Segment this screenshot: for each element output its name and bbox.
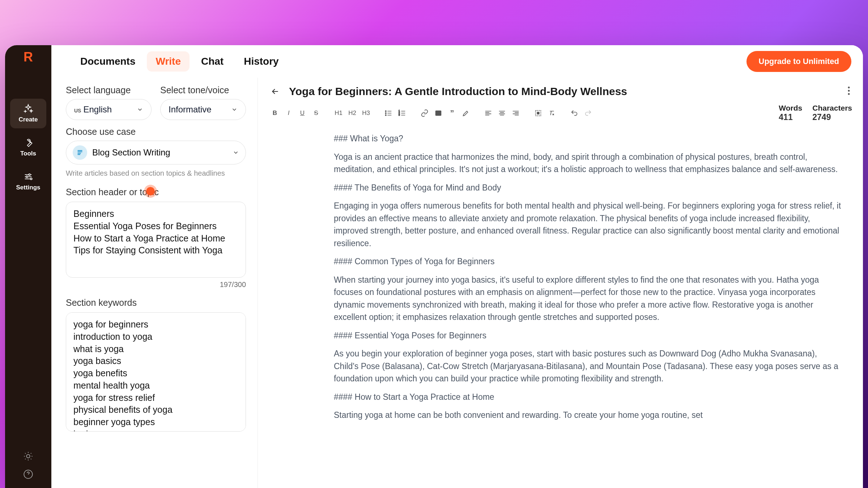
svg-point-2 <box>30 178 32 180</box>
chars-label: Characters <box>812 104 852 112</box>
undo-icon <box>570 109 578 117</box>
language-label: Select language <box>66 85 152 95</box>
link-button[interactable] <box>418 107 431 119</box>
document-lines-icon <box>73 145 87 160</box>
upgrade-button[interactable]: Upgrade to Unlimited <box>746 51 851 72</box>
back-button[interactable] <box>269 85 282 98</box>
sliders-icon <box>23 172 33 182</box>
wrench-icon <box>23 138 33 148</box>
chars-value: 2749 <box>812 112 852 122</box>
editor-panel: Yoga for Beginners: A Gentle Introductio… <box>258 78 863 488</box>
chevron-down-icon <box>137 106 143 113</box>
document-title: Yoga for Beginners: A Gentle Introductio… <box>289 85 838 98</box>
align-left-button[interactable] <box>482 107 494 119</box>
desktop-wallpaper: R Create Tools Settings Documents Write … <box>0 0 868 488</box>
content-row: Select language USEnglish Select tone/vo… <box>51 78 863 488</box>
svg-point-8 <box>385 111 386 112</box>
sparkle-icon <box>23 104 33 114</box>
redo-icon <box>584 109 592 117</box>
words-value: 411 <box>779 112 802 122</box>
top-bar: Documents Write Chat History Upgrade to … <box>51 45 863 78</box>
chevron-down-icon <box>231 106 238 113</box>
editor-body[interactable]: ### What is Yoga?Yoga is an ancient prac… <box>258 129 863 488</box>
doc-stats: Words411 Characters2749 <box>779 104 852 122</box>
svg-point-6 <box>848 90 850 92</box>
usecase-label: Choose use case <box>66 127 246 137</box>
app-window: R Create Tools Settings Documents Write … <box>5 45 863 488</box>
svg-point-0 <box>29 174 30 176</box>
section-header-input[interactable] <box>66 202 246 278</box>
sidebar-rail: R Create Tools Settings <box>5 45 51 488</box>
clear-format-icon <box>548 109 556 117</box>
language-select[interactable]: USEnglish <box>66 99 152 120</box>
rail-item-tools[interactable]: Tools <box>10 133 46 162</box>
tab-documents[interactable]: Documents <box>72 51 144 72</box>
editor-header: Yoga for Beginners: A Gentle Introductio… <box>258 78 863 99</box>
svg-point-5 <box>848 87 850 89</box>
rail-label: Tools <box>20 150 36 157</box>
sun-icon <box>23 451 33 461</box>
svg-point-3 <box>26 454 30 458</box>
svg-text:3: 3 <box>399 114 400 116</box>
svg-point-9 <box>385 112 386 114</box>
help-button[interactable] <box>23 469 33 481</box>
italic-button[interactable]: I <box>282 107 295 119</box>
tab-chat[interactable]: Chat <box>192 51 232 72</box>
undo-button[interactable] <box>568 107 580 119</box>
align-center-icon <box>498 109 506 117</box>
section-header-label: Section header or topic <box>66 187 246 197</box>
link-icon <box>421 109 429 117</box>
align-right-icon <box>512 109 520 117</box>
tone-label: Select tone/voice <box>160 85 246 95</box>
arrow-left-icon <box>271 87 280 96</box>
redo-button[interactable] <box>582 107 594 119</box>
tone-select[interactable]: Informative <box>160 99 246 120</box>
usecase-helper: Write articles based on section topics &… <box>66 168 246 178</box>
svg-point-10 <box>385 115 386 116</box>
clear-format-button[interactable] <box>546 107 558 119</box>
help-icon <box>23 469 33 479</box>
quote-button[interactable]: ” <box>446 107 458 119</box>
highlighter-icon <box>462 109 470 117</box>
list-ol-icon: 123 <box>398 109 406 117</box>
list-ul-icon <box>384 109 392 117</box>
usecase-select[interactable]: Blog Section Writing <box>66 141 246 164</box>
keywords-input[interactable] <box>66 312 246 432</box>
h2-button[interactable]: H2 <box>346 107 358 119</box>
char-count: 197/300 <box>66 281 246 289</box>
kebab-icon <box>848 86 850 95</box>
tab-history[interactable]: History <box>235 51 287 72</box>
svg-point-7 <box>848 93 850 95</box>
nav-tabs: Documents Write Chat History <box>72 51 288 72</box>
h3-button[interactable]: H3 <box>360 107 372 119</box>
select-all-button[interactable] <box>532 107 544 119</box>
chevron-down-icon <box>233 149 239 156</box>
image-button[interactable] <box>432 107 444 119</box>
rail-item-create[interactable]: Create <box>10 99 46 128</box>
bullet-list-button[interactable] <box>382 107 395 119</box>
h1-button[interactable]: H1 <box>332 107 345 119</box>
svg-rect-14 <box>435 110 442 116</box>
editor-toolbar: B I U S H1 H2 H3 123 <box>258 99 863 129</box>
rail-item-settings[interactable]: Settings <box>10 167 46 196</box>
app-logo: R <box>21 50 36 65</box>
main-area: Documents Write Chat History Upgrade to … <box>51 45 863 488</box>
config-panel: Select language USEnglish Select tone/vo… <box>51 78 258 488</box>
keywords-label: Section keywords <box>66 297 246 308</box>
align-left-icon <box>484 109 492 117</box>
tab-write[interactable]: Write <box>147 51 190 72</box>
rail-label: Create <box>19 116 38 123</box>
more-menu-button[interactable] <box>846 84 852 99</box>
strike-button[interactable]: S <box>310 107 322 119</box>
align-center-button[interactable] <box>496 107 508 119</box>
select-all-icon <box>534 109 542 117</box>
theme-toggle[interactable] <box>23 451 33 463</box>
ordered-list-button[interactable]: 123 <box>396 107 408 119</box>
align-right-button[interactable] <box>510 107 522 119</box>
svg-rect-16 <box>537 112 539 114</box>
underline-button[interactable]: U <box>296 107 309 119</box>
rail-label: Settings <box>16 184 40 191</box>
svg-point-1 <box>26 176 28 178</box>
bold-button[interactable]: B <box>269 107 281 119</box>
highlight-button[interactable] <box>460 107 472 119</box>
